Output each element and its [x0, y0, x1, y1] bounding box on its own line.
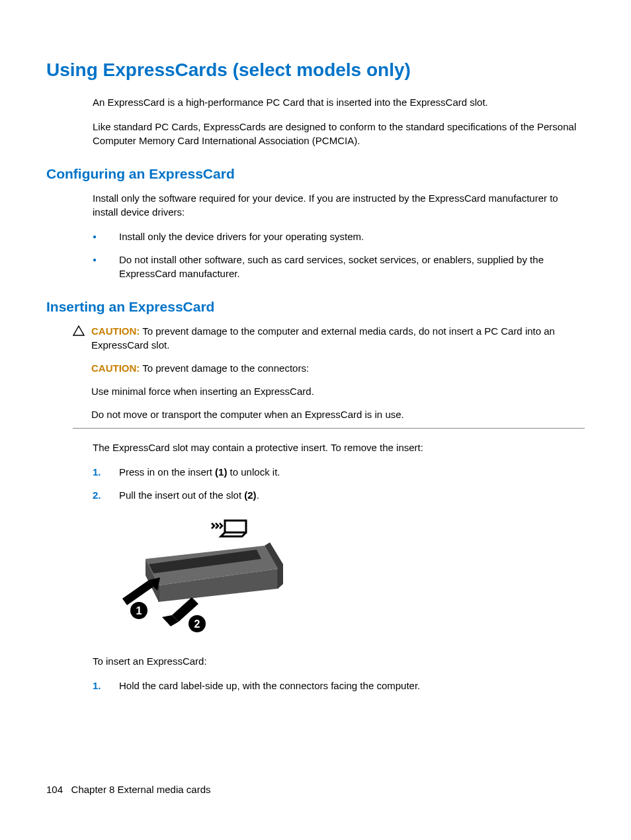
list-item: Install only the device drivers for your…	[93, 230, 585, 243]
page-footer: 104 Chapter 8 External media cards	[46, 784, 210, 795]
list-item: Do not install other software, such as c…	[93, 253, 585, 280]
page-number: 104	[46, 784, 63, 795]
caution-icon	[73, 324, 91, 339]
section-heading-inserting: Inserting an ExpressCard	[46, 299, 585, 315]
step-text: .	[257, 489, 259, 501]
insert-card-steps: Hold the card label-side up, with the co…	[93, 679, 585, 693]
caution-line: Use minimal force when inserting an Expr…	[91, 384, 585, 398]
section1-bullet-list: Install only the device drivers for your…	[93, 230, 585, 280]
step-ref: (2)	[244, 489, 256, 501]
list-item: Pull the insert out of the slot (2).	[93, 488, 585, 502]
section1-intro: Install only the software required for y…	[93, 191, 585, 219]
list-item: Press in on the insert (1) to unlock it.	[93, 465, 585, 479]
intro-paragraph-2: Like standard PC Cards, ExpressCards are…	[93, 120, 585, 147]
caution-line: Do not move or transport the computer wh…	[91, 407, 585, 421]
step-text: to unlock it.	[227, 466, 280, 478]
page-title: Using ExpressCards (select models only)	[46, 60, 585, 81]
expresscard-illustration: 1 2	[112, 513, 585, 641]
after-caution-text: The ExpressCard slot may contain a prote…	[93, 441, 585, 454]
caution-text-1: To prevent damage to the computer and ex…	[91, 325, 555, 351]
caution-block: CAUTION: To prevent damage to the comput…	[73, 324, 585, 429]
chapter-label: Chapter 8 External media cards	[71, 784, 211, 795]
caution-label: CAUTION:	[91, 362, 140, 374]
svg-rect-0	[225, 521, 246, 532]
svg-text:2: 2	[194, 618, 200, 630]
list-item: Hold the card label-side up, with the co…	[93, 679, 585, 693]
caution-text-2: To prevent damage to the connectors:	[142, 362, 309, 374]
section-heading-configuring: Configuring an ExpressCard	[46, 166, 585, 182]
step-ref: (1)	[215, 466, 227, 478]
after-image-text: To insert an ExpressCard:	[93, 654, 585, 668]
remove-insert-steps: Press in on the insert (1) to unlock it.…	[93, 465, 585, 502]
step-text: Pull the insert out of the slot	[119, 489, 244, 501]
caution-label: CAUTION:	[91, 325, 140, 337]
svg-text:1: 1	[136, 605, 142, 616]
step-text: Press in on the insert	[119, 466, 215, 478]
intro-paragraph-1: An ExpressCard is a high-performance PC …	[93, 95, 585, 109]
document-page: Using ExpressCards (select models only) …	[0, 0, 631, 693]
